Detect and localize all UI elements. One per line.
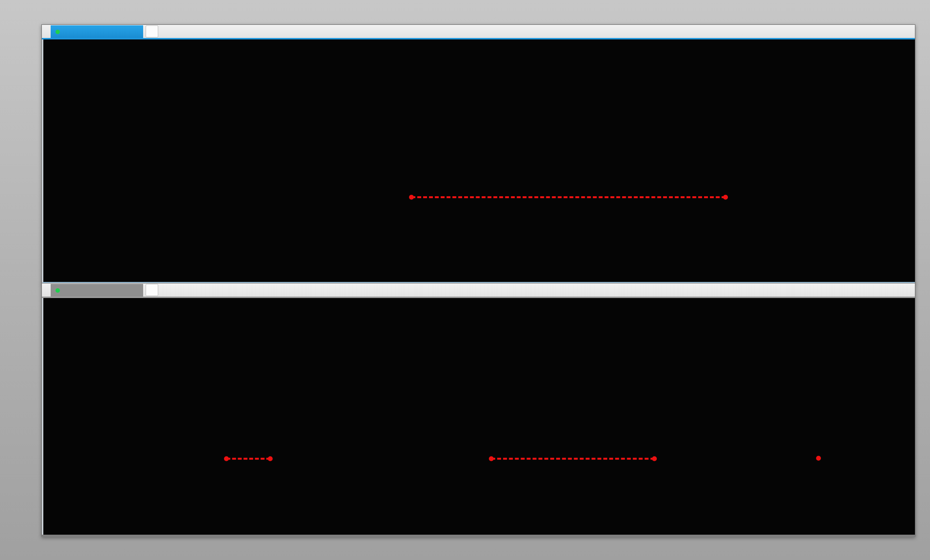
annotation-dot [816, 456, 821, 461]
tab-prox-debian12-vm-inactive[interactable] [51, 284, 143, 297]
terminal-screen-top[interactable] [42, 39, 915, 283]
tab-status-dot [56, 30, 60, 34]
terminal-window-top [41, 24, 915, 284]
tab-bar-bottom [42, 283, 915, 298]
new-tab-button[interactable] [146, 284, 158, 296]
terminal-screen-htop[interactable] [42, 298, 915, 535]
annotation-underline-python3-process [491, 458, 654, 460]
tab-status-dot [56, 288, 60, 293]
terminal-window-bottom [41, 283, 915, 537]
tab-prox-debian12-vm[interactable] [51, 25, 143, 38]
desktop-background [0, 0, 930, 560]
tab-bar-top [42, 25, 915, 39]
annotation-underline-res-202m [226, 458, 270, 460]
htop-output [43, 298, 915, 315]
annotation-underline-memoryhigh-command [411, 196, 725, 198]
new-tab-button[interactable] [146, 25, 158, 37]
shell-output [43, 39, 915, 52]
